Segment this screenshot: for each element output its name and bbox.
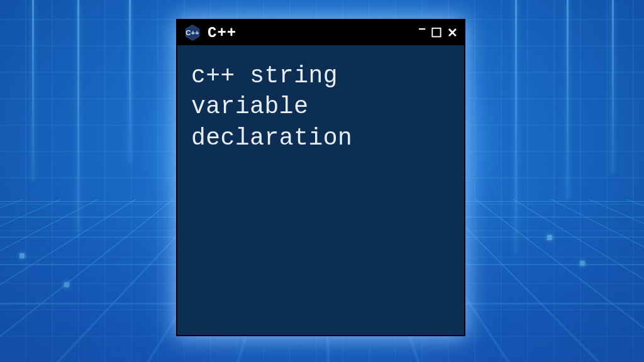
close-button[interactable]: ✕ — [447, 26, 458, 39]
window-title: C++ — [208, 25, 412, 41]
cpp-icon: C++ — [184, 24, 201, 41]
svg-text:C++: C++ — [186, 29, 199, 36]
minimize-button[interactable]: − — [418, 23, 426, 35]
terminal-content: c++ string variable declaration — [191, 62, 352, 151]
terminal-window: C++ C++ − ☐ ✕ c++ string variable declar… — [176, 19, 465, 336]
window-controls: − ☐ ✕ — [418, 26, 458, 39]
maximize-button[interactable]: ☐ — [431, 26, 442, 39]
terminal-body[interactable]: c++ string variable declaration — [177, 45, 464, 335]
titlebar[interactable]: C++ C++ − ☐ ✕ — [177, 20, 464, 45]
